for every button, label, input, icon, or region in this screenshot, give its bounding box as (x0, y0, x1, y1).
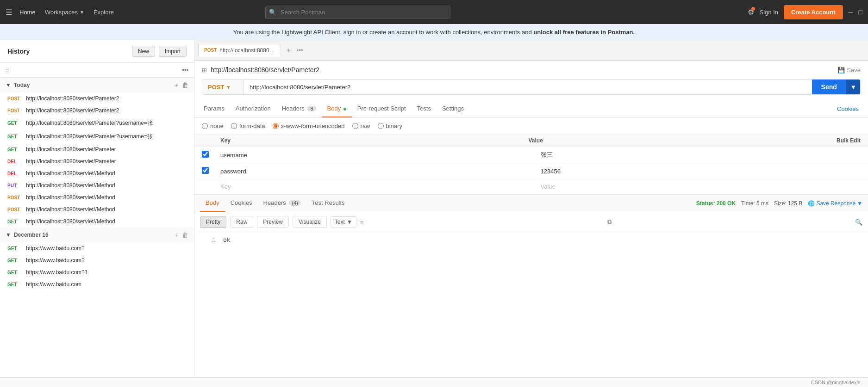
add-group-button[interactable]: + (175, 231, 178, 239)
copy-icon[interactable]: ⧉ (607, 218, 612, 226)
list-item[interactable]: POST http://localhost:8080/servlet/Pamet… (0, 104, 194, 117)
nav-explore[interactable]: Explore (94, 9, 114, 16)
history-url: http://localhost:8080/servlet/Pameter (26, 146, 116, 153)
active-tab[interactable]: POST http://localhost:8080/se (198, 44, 281, 57)
list-item[interactable]: GET https://www.baidu.com? (0, 254, 194, 266)
params-tab-authorization[interactable]: Authorization (230, 100, 276, 117)
history-url: https://www.baidu.com?1 (26, 269, 87, 276)
sort-icon[interactable]: ≡ (360, 219, 364, 226)
body-type-raw[interactable]: raw (352, 123, 370, 129)
response-tab-headers[interactable]: Headers (4) (258, 195, 306, 212)
params-tab-headers[interactable]: Headers 8 (276, 100, 322, 117)
history-group: ▼ December 16 + 🗑 GET https://www.baidu.… (0, 227, 194, 290)
list-item[interactable]: GET http://localhost:8080/servlet//Metho… (0, 215, 194, 227)
filter-icon[interactable]: ≡ (6, 67, 9, 74)
topbar-nav: Home Workspaces ▼ Explore (19, 9, 114, 16)
params-tab-tests[interactable]: Tests (412, 100, 437, 117)
method-badge: POST (7, 96, 22, 101)
body-type-form-data[interactable]: form-data (231, 123, 265, 129)
kv-checkbox-wrap (202, 151, 220, 159)
body-type-binary[interactable]: binary (378, 123, 402, 129)
response-status-ok: Status: 200 OK (696, 200, 736, 207)
minimize-button[interactable]: ─ (849, 8, 853, 16)
response-tab-test-results[interactable]: Test Results (306, 195, 350, 212)
search-response-icon[interactable]: 🔍 (855, 219, 862, 226)
sidebar-title: History (7, 48, 30, 55)
list-item[interactable]: DEL http://localhost:8080/servlet/Pamete… (0, 155, 194, 167)
list-item[interactable]: GET http://localhost:8080/servlet/Pamete… (0, 143, 194, 155)
search-input[interactable] (265, 6, 450, 19)
topbar: ☰ Home Workspaces ▼ Explore 🔍 ⚙ Sign In … (0, 0, 868, 24)
list-item[interactable]: GET http://localhost:8080/servlet/Pamete… (0, 130, 194, 143)
response-format-pretty[interactable]: Pretty (200, 216, 226, 228)
list-item[interactable]: GET https://www.baidu.com? (0, 242, 194, 254)
footer-text: CSDN @ningbaidexia (811, 380, 861, 385)
history-url: http://localhost:8080/servlet/Pameter (26, 158, 116, 165)
send-button[interactable]: Send (812, 80, 846, 94)
url-input[interactable] (244, 80, 812, 94)
signin-button[interactable]: Sign In (760, 9, 778, 16)
kv-checkbox[interactable] (202, 151, 209, 158)
history-list: ▼ Today + 🗑 POST http://localhost:8080/s… (0, 78, 194, 377)
hamburger-icon[interactable]: ☰ (6, 8, 12, 17)
save-response-button[interactable]: 🌐 Save Response ▼ (808, 200, 862, 207)
response-format-raw[interactable]: Raw (230, 216, 253, 228)
list-item[interactable]: GET https://www.baidu.com?1 (0, 266, 194, 278)
history-group-label[interactable]: ▼ Today (6, 82, 30, 88)
body-type-radio-none[interactable] (202, 123, 208, 129)
params-tab-params[interactable]: Params (198, 100, 230, 117)
send-dropdown-button[interactable]: ▼ (846, 80, 860, 94)
list-item[interactable]: POST http://localhost:8080/servlet//Meth… (0, 203, 194, 215)
settings-button[interactable]: ⚙ (748, 8, 754, 17)
nav-home[interactable]: Home (19, 9, 36, 16)
list-item[interactable]: GET http://localhost:8080/servlet/Pamete… (0, 117, 194, 130)
body-type-radio-raw[interactable] (352, 123, 358, 129)
response-format-visualize[interactable]: Visualize (293, 216, 327, 228)
kv-table-header: Key Value Bulk Edit (194, 135, 868, 147)
kv-checkbox[interactable] (202, 167, 209, 174)
kv-table-wrap: Key Value Bulk Edit username张三password12… (194, 135, 868, 194)
body-type-radio-form-data[interactable] (231, 123, 237, 129)
body-type-radio-x-www-form-urlencoded[interactable] (273, 123, 279, 129)
delete-group-button[interactable]: 🗑 (182, 231, 188, 239)
method-select[interactable]: POST ▼ (202, 80, 244, 94)
table-row: password123456 (194, 163, 868, 179)
create-account-button[interactable]: Create Account (784, 5, 843, 19)
params-tab-body[interactable]: Body (322, 100, 352, 117)
body-type-none[interactable]: none (202, 123, 224, 129)
text-format-chevron-icon: ▼ (347, 219, 352, 225)
params-tabs: ParamsAuthorizationHeaders 8Body Pre-req… (194, 100, 868, 118)
kv-checkbox-wrap (202, 167, 220, 175)
params-tab-settings[interactable]: Settings (437, 100, 469, 117)
list-item[interactable]: POST http://localhost:8080/servlet/Pamet… (0, 92, 194, 104)
body-type-row: noneform-datax-www-form-urlencodedrawbin… (194, 118, 868, 135)
body-type-radio-binary[interactable] (378, 123, 384, 129)
body-type-x-www-form-urlencoded[interactable]: x-www-form-urlencoded (273, 123, 345, 129)
more-options-icon[interactable]: ••• (182, 67, 188, 74)
maximize-button[interactable]: □ (859, 8, 862, 16)
history-url: http://localhost:8080/servlet/Pameter?us… (26, 119, 153, 127)
save-button[interactable]: 💾 Save (837, 67, 861, 74)
response-format-preview[interactable]: Preview (257, 216, 289, 228)
add-tab-button[interactable]: + (283, 44, 294, 56)
import-button[interactable]: Import (159, 46, 187, 57)
text-format-select[interactable]: Text ▼ (331, 216, 356, 227)
history-group-label[interactable]: ▼ December 16 (6, 232, 49, 238)
nav-workspaces[interactable]: Workspaces ▼ (45, 9, 84, 16)
cookies-link[interactable]: Cookies (831, 101, 864, 117)
list-item[interactable]: GET https://www.baidu.com (0, 278, 194, 290)
params-tab-pre-request-script[interactable]: Pre-request Script (352, 100, 412, 117)
response-tab-cookies[interactable]: Cookies (225, 195, 258, 212)
add-group-button[interactable]: + (175, 81, 178, 89)
topbar-left: ☰ Home Workspaces ▼ Explore (6, 8, 114, 17)
tab-more-button[interactable]: ••• (297, 47, 303, 54)
response-tab-body[interactable]: Body (200, 195, 225, 212)
list-item[interactable]: PUT http://localhost:8080/servlet//Metho… (0, 179, 194, 191)
list-item[interactable]: POST http://localhost:8080/servlet//Meth… (0, 191, 194, 203)
delete-group-button[interactable]: 🗑 (182, 81, 188, 89)
list-item[interactable]: DEL http://localhost:8080/servlet//Metho… (0, 167, 194, 179)
new-button[interactable]: New (132, 46, 155, 57)
code-line: 1 ok (194, 236, 868, 245)
response-size: Size: 125 B (774, 200, 802, 207)
bulk-edit-button[interactable]: Bulk Edit (837, 137, 861, 144)
